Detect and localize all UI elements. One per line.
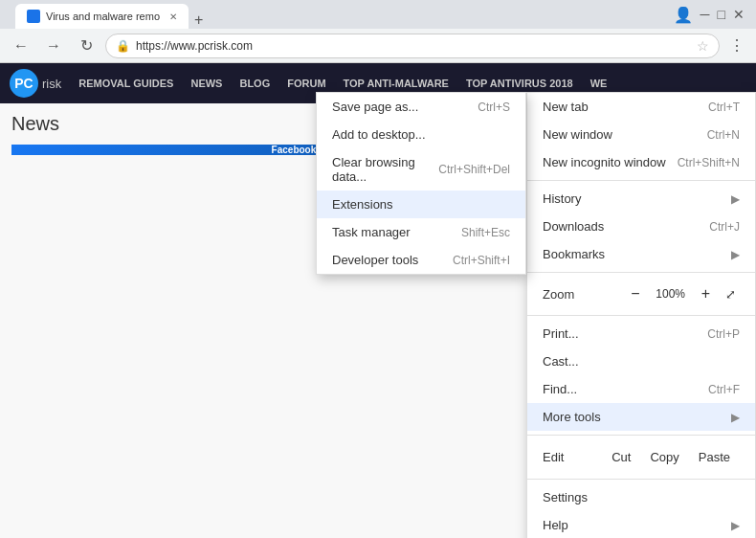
zoom-in-button[interactable]: + — [698, 283, 714, 304]
browser-content: PC risk REMOVAL GUIDES NEWS BLOG FORUM T… — [0, 63, 756, 538]
menu-more-tools[interactable]: More tools ▶ — [527, 403, 755, 431]
menu-edit-row: Edit Cut Copy Paste — [527, 439, 755, 475]
address-bar[interactable]: 🔒 https://www.pcrisk.com ☆ — [105, 34, 720, 58]
minimize-button[interactable]: ─ — [700, 7, 710, 22]
menu-help[interactable]: Help ▶ — [527, 511, 755, 538]
user-icon[interactable]: 👤 — [674, 6, 693, 24]
submenu-task-manager[interactable]: Task manager Shift+Esc — [317, 218, 525, 246]
close-button[interactable]: ✕ — [733, 7, 745, 22]
menu-sep-3 — [527, 315, 755, 316]
menu-copy-button[interactable]: Copy — [640, 446, 688, 468]
submenu-extensions[interactable]: Extensions — [317, 191, 525, 218]
menu-print[interactable]: Print... Ctrl+P — [527, 320, 755, 347]
bookmark-star-icon[interactable]: ☆ — [697, 38, 709, 54]
nav-removal-guides[interactable]: REMOVAL GUIDES — [71, 74, 181, 93]
site-logo: PC risk — [10, 69, 61, 98]
menu-history[interactable]: History ▶ — [527, 185, 755, 213]
menu-sep-2 — [527, 272, 755, 273]
menu-new-tab[interactable]: New tab Ctrl+T — [527, 93, 755, 121]
menu-sep-4 — [527, 435, 755, 436]
forward-button[interactable]: → — [40, 33, 67, 59]
active-tab[interactable]: Virus and malware remo ✕ — [15, 4, 189, 29]
tab-close-button[interactable]: ✕ — [169, 11, 177, 22]
browser-window: Virus and malware remo ✕ + 👤 ─ □ ✕ ← → ↻… — [0, 0, 756, 538]
zoom-control: − 100% + ⤢ — [627, 283, 740, 304]
nav-blog[interactable]: BLOG — [232, 74, 278, 93]
edit-buttons: Cut Copy Paste — [602, 446, 740, 468]
chrome-context-menu: New tab Ctrl+T New window Ctrl+N New inc… — [526, 92, 756, 538]
tab-favicon — [27, 10, 40, 23]
new-tab-button[interactable]: + — [189, 11, 209, 29]
menu-settings[interactable]: Settings — [527, 483, 755, 511]
logo-icon: PC — [10, 69, 38, 98]
maximize-button[interactable]: □ — [718, 7, 725, 22]
menu-new-incognito[interactable]: New incognito window Ctrl+Shift+N — [527, 148, 755, 176]
lock-icon: 🔒 — [116, 39, 130, 53]
title-bar: Virus and malware remo ✕ + 👤 ─ □ ✕ — [0, 0, 756, 29]
zoom-out-button[interactable]: − — [627, 283, 643, 304]
chrome-menu-button[interactable]: ⋮ — [725, 33, 748, 58]
site-nav: REMOVAL GUIDES NEWS BLOG FORUM TOP ANTI-… — [71, 74, 614, 93]
submenu-developer-tools[interactable]: Developer tools Ctrl+Shift+I — [317, 246, 525, 274]
nav-forum[interactable]: FORUM — [279, 74, 333, 93]
back-button[interactable]: ← — [8, 33, 34, 59]
menu-zoom: Zoom − 100% + ⤢ — [527, 277, 755, 311]
refresh-button[interactable]: ↻ — [73, 33, 100, 59]
menu-bookmarks[interactable]: Bookmarks ▶ — [527, 240, 755, 268]
nav-bar: ← → ↻ 🔒 https://www.pcrisk.com ☆ ⋮ — [0, 29, 756, 63]
menu-new-window[interactable]: New window Ctrl+N — [527, 121, 755, 148]
nav-news[interactable]: NEWS — [183, 74, 230, 93]
menu-downloads[interactable]: Downloads Ctrl+J — [527, 213, 755, 240]
submenu-clear-browsing[interactable]: Clear browsing data... Ctrl+Shift+Del — [317, 148, 525, 191]
url-text: https://www.pcrisk.com — [136, 39, 691, 53]
submenu-save-page[interactable]: Save page as... Ctrl+S — [317, 93, 525, 121]
zoom-value: 100% — [652, 287, 690, 301]
nav-more[interactable]: WE — [583, 74, 615, 93]
zoom-fullscreen-button[interactable]: ⤢ — [722, 285, 740, 303]
menu-sep-1 — [527, 180, 755, 181]
menu-sep-5 — [527, 479, 755, 480]
tab-title: Virus and malware remo — [46, 11, 160, 22]
more-tools-submenu: Save page as... Ctrl+S Add to desktop...… — [316, 92, 526, 275]
submenu-add-desktop[interactable]: Add to desktop... — [317, 121, 525, 148]
menu-cut-button[interactable]: Cut — [602, 446, 640, 468]
nav-top-antimalware[interactable]: TOP ANTI-MALWARE — [336, 74, 456, 93]
menu-paste-button[interactable]: Paste — [689, 446, 740, 468]
menu-cast[interactable]: Cast... — [527, 347, 755, 375]
logo-text: risk — [42, 77, 61, 91]
tab-bar: Virus and malware remo ✕ + — [8, 0, 209, 29]
nav-top-antivirus[interactable]: TOP ANTIVIRUS 2018 — [458, 74, 581, 93]
menu-find[interactable]: Find... Ctrl+F — [527, 375, 755, 403]
